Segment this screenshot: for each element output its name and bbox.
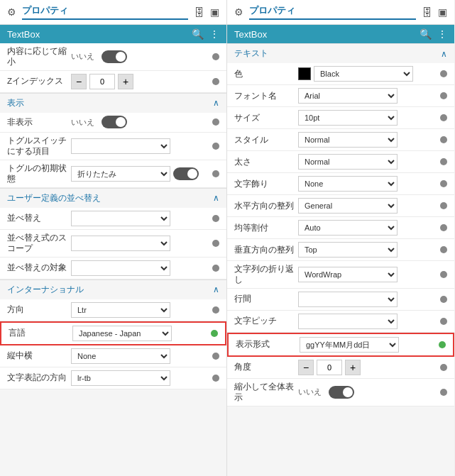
dot-justify (440, 224, 447, 231)
label-dateformat: 表示形式 (236, 339, 300, 350)
right-search-icon[interactable]: 🔍 (420, 28, 432, 40)
value-fontsize: 10pt (298, 110, 437, 126)
select-sort[interactable] (71, 211, 170, 226)
label-direction: 方向 (7, 304, 71, 315)
prop-row-decoration: 文字飾り None (227, 173, 454, 195)
stepper-input-zindex[interactable] (89, 74, 115, 89)
right-gear-icon: ⚙ (234, 6, 243, 18)
label-toggle-initial: トグルの初期状態 (7, 163, 71, 184)
section-display-label: 表示 (7, 97, 24, 109)
prop-row-valign: 垂直方向の整列 Top (227, 239, 454, 261)
select-language[interactable]: Japanese - Japan (72, 326, 172, 341)
value-toggle-initial: 折りたたみ (71, 166, 209, 182)
select-halign[interactable]: General (298, 198, 398, 214)
dot-weight (440, 158, 447, 165)
select-color[interactable]: Black (314, 66, 413, 82)
stepper-zindex: − + (71, 74, 133, 89)
stepper-increment[interactable]: + (118, 74, 133, 89)
prop-row-fontsize: サイズ 10pt (227, 107, 454, 129)
left-textbox-bar: TextBox 🔍 ⋮ (0, 25, 226, 43)
toggle-shrink[interactable] (102, 50, 127, 63)
search-icon[interactable]: 🔍 (192, 28, 204, 40)
right-menu-icon[interactable]: ⋮ (437, 28, 447, 40)
dot-writing-mode (212, 375, 219, 382)
select-writing-mode[interactable]: lr-tb (71, 370, 170, 386)
label-fontsize: サイズ (234, 113, 298, 123)
dot-charpitch (440, 318, 447, 325)
left-textbox-title: TextBox (7, 29, 40, 40)
section-text-chevron[interactable]: ∧ (441, 49, 447, 59)
toggle-shrink-all[interactable] (329, 386, 354, 399)
value-toggle-items (71, 138, 209, 154)
label-shrink: 内容に応じて縮小 (7, 46, 71, 67)
select-toggle-initial[interactable]: 折りたたみ (71, 166, 170, 182)
dot-valign (440, 246, 447, 253)
select-dateformat[interactable]: ggYY年MM月dd日 (300, 337, 399, 353)
select-fontname[interactable]: Arial (298, 88, 398, 104)
angle-increment[interactable]: + (345, 360, 361, 375)
label-zindex: Zインデックス (7, 76, 71, 87)
section-intl-label: インターナショナル (7, 284, 84, 296)
dot-angle (440, 364, 447, 371)
value-valign: Top (298, 242, 437, 258)
label-weight: 太さ (234, 157, 298, 167)
right-textbox-title: TextBox (234, 29, 267, 40)
dot-direction (212, 306, 219, 314)
left-panel-header: ⚙ プロパティ 🗄 ▣ (0, 0, 226, 25)
select-style[interactable]: Normal (298, 132, 398, 148)
right-panel-title: プロパティ (249, 4, 416, 20)
toggle-initial[interactable] (173, 167, 199, 180)
angle-decrement[interactable]: − (298, 360, 314, 375)
menu-icon[interactable]: ⋮ (209, 28, 219, 40)
select-weight[interactable]: Normal (298, 154, 398, 170)
layout-icon[interactable]: ▣ (210, 6, 219, 18)
label-charpitch: 文字ピッチ (234, 316, 298, 326)
select-valign[interactable]: Top (298, 242, 398, 258)
dot-sort-scope (212, 240, 219, 247)
prop-row-sort-target: 並べ替えの対象 (0, 258, 226, 279)
label-halign: 水平方向の整列 (234, 201, 298, 211)
dot-decoration (440, 180, 447, 187)
toggle-label-hidden: いいえ (71, 117, 94, 128)
label-fontname: フォント名 (234, 91, 298, 101)
prop-row-linespacing: 行間 (227, 289, 454, 311)
label-angle: 角度 (234, 362, 298, 372)
database-icon[interactable]: 🗄 (194, 6, 204, 18)
prop-row-justify: 均等割付 Auto (227, 217, 454, 239)
prop-row-writing-mode: 文字表記の方向 lr-tb (0, 367, 226, 389)
right-layout-icon[interactable]: ▣ (438, 6, 447, 18)
value-charpitch (298, 314, 437, 329)
dot-sort-target (212, 265, 219, 272)
select-linespacing[interactable] (298, 292, 398, 307)
select-decoration[interactable]: None (298, 176, 398, 192)
prop-row-language: 言語 Japanese - Japan (0, 321, 226, 345)
select-direction[interactable]: Ltr (71, 302, 170, 318)
prop-row-sort-scope: 並べ替え式のスコープ (0, 230, 226, 258)
section-sort-chevron[interactable]: ∧ (213, 193, 219, 203)
dot-zindex (212, 78, 219, 85)
label-style: スタイル (234, 135, 298, 145)
color-swatch-black[interactable] (298, 67, 311, 80)
select-fontsize[interactable]: 10pt (298, 110, 398, 126)
toggle-label-shrink: いいえ (71, 51, 94, 62)
section-display-chevron[interactable]: ∧ (213, 98, 219, 108)
prop-row-toggle-items: トグルスイッチにする項目 (0, 133, 226, 160)
label-shrink-all: 縮小して全体表示 (234, 382, 298, 403)
label-linespacing: 行間 (234, 294, 298, 304)
value-shrink-all: いいえ (298, 386, 437, 399)
label-toggle-items: トグルスイッチにする項目 (7, 135, 71, 157)
stepper-decrement[interactable]: − (71, 74, 87, 89)
stepper-input-angle[interactable] (317, 360, 342, 375)
select-charpitch[interactable] (298, 314, 398, 329)
dot-shrink-all (440, 389, 447, 396)
select-sort-scope[interactable] (71, 236, 170, 251)
select-wordwrap[interactable]: WordWrap (298, 267, 398, 282)
right-database-icon[interactable]: 🗄 (422, 6, 432, 18)
select-sort-target[interactable] (71, 260, 170, 276)
value-sort-scope (71, 236, 209, 251)
select-toggle-items[interactable] (71, 138, 170, 154)
section-intl-chevron[interactable]: ∧ (213, 284, 219, 294)
toggle-hidden[interactable] (102, 116, 127, 128)
select-justify[interactable]: Auto (298, 220, 398, 236)
select-tcy[interactable]: None (71, 348, 170, 364)
